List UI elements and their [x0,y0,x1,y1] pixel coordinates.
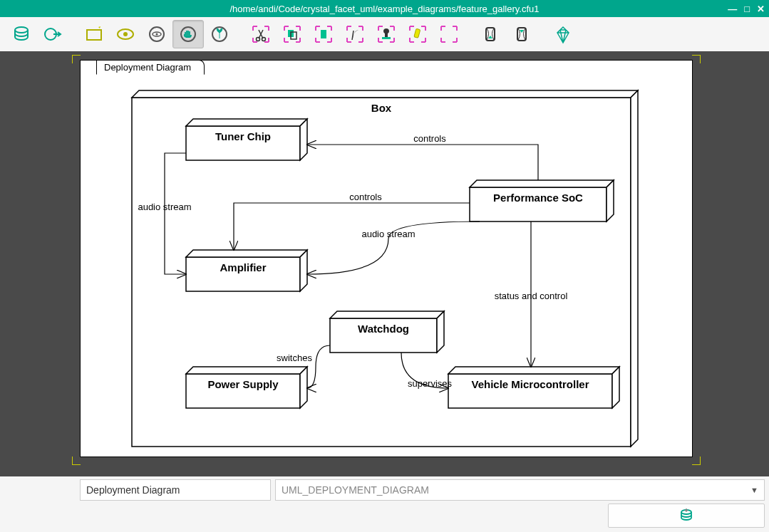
svg-rect-2 [87,30,101,40]
properties-bar: Deployment Diagram UML_DEPLOYMENT_DIAGRA… [0,476,769,532]
new-window-button[interactable] [78,20,110,48]
database-save-icon [678,507,695,524]
svg-point-0 [15,27,28,33]
node-power-supply[interactable]: Power Supply [186,367,307,408]
diagram-panel[interactable]: Deployment Diagram Box [80,60,693,457]
create-button[interactable] [204,20,235,48]
edge-label: controls [413,133,446,144]
undo-button[interactable] [475,20,506,48]
cut-icon [251,24,271,44]
crystal-icon [553,24,573,44]
svg-marker-27 [607,180,614,221]
redo-button[interactable] [506,20,537,48]
svg-marker-38 [448,367,619,374]
folder-eye-icon [115,24,135,44]
node-label: Watchdog [358,323,409,335]
commit-button[interactable] [608,504,765,528]
sprout-icon [210,24,229,44]
close-button[interactable]: ✕ [757,4,765,14]
chevron-down-icon: ▼ [750,486,758,494]
highlight-button[interactable] [402,20,433,48]
svg-marker-30 [300,250,307,291]
edge-label: supervises [408,378,453,389]
edge-label: switches [277,353,312,363]
edge-label: status and control [495,291,568,301]
svg-marker-20 [132,90,638,98]
node-amplifier[interactable]: Amplifier [186,250,307,291]
svg-marker-21 [631,90,638,447]
hand-icon [178,24,198,44]
svg-marker-29 [186,250,307,257]
svg-marker-33 [437,311,444,353]
maximize-button[interactable]: □ [744,4,750,14]
delete-button[interactable] [339,20,371,48]
svg-marker-26 [470,180,614,187]
reset-selection-button[interactable] [433,20,465,48]
instantiate-button[interactable] [371,20,402,48]
paste-icon [314,24,334,44]
marker-icon [408,24,428,44]
scythe-icon [345,24,365,44]
node-label: Tuner Chip [215,130,271,142]
svg-point-4 [123,32,128,36]
svg-marker-24 [300,119,307,160]
about-button[interactable] [547,20,579,48]
toolbar [0,17,769,51]
eye-icon [147,24,167,44]
type-dropdown[interactable]: UML_DEPLOYMENT_DIAGRAM▼ [275,479,765,501]
paste-button[interactable] [308,20,339,48]
copy-button[interactable] [277,20,308,48]
copy-icon [282,24,302,44]
name-field[interactable]: Deployment Diagram [80,479,271,501]
database-icon [11,24,31,44]
node-label: Performance SoC [493,192,583,204]
view-button[interactable] [141,20,172,48]
titlebar: /home/andi/Code/crystal_facet_uml/exampl… [0,0,769,17]
container-label: Box [371,102,392,114]
svg-rect-16 [414,28,420,38]
hourglass-right-icon [512,24,532,44]
export-button[interactable] [37,20,68,48]
node-label: Power Supply [207,378,279,390]
database-button[interactable] [6,20,37,48]
svg-point-7 [156,33,158,36]
cut-button[interactable] [245,20,277,48]
diagram-tab-label: Deployment Diagram [96,60,205,75]
edit-button[interactable] [172,20,204,48]
node-vehicle-microcontroller[interactable]: Vehicle Microcontroller [448,367,619,408]
node-label: Amplifier [220,261,266,273]
export-icon [43,24,63,44]
svg-marker-39 [612,367,619,408]
window-title: /home/andi/Code/crystal_facet_uml/exampl… [229,4,539,14]
empty-selection-icon [439,24,459,44]
find-button[interactable] [110,20,141,48]
svg-rect-14 [321,30,326,38]
svg-marker-35 [186,367,307,374]
node-watchdog[interactable]: Watchdog [330,311,444,353]
node-tuner-chip[interactable]: Tuner Chip [186,119,307,160]
stamp-icon [376,24,396,44]
hourglass-left-icon [480,24,500,44]
minimize-button[interactable]: — [728,4,737,14]
svg-point-11 [262,38,266,41]
svg-marker-32 [330,311,444,318]
new-window-icon [84,24,104,44]
edge-label: audio stream [138,202,191,212]
svg-marker-36 [300,367,307,408]
svg-rect-15 [382,37,391,39]
node-performance-soc[interactable]: Performance SoC [470,180,614,221]
edge-label: audio stream [361,229,415,239]
svg-point-10 [257,38,260,41]
canvas[interactable]: Deployment Diagram Box [0,51,769,476]
edge-label: controls [349,192,382,202]
svg-marker-23 [186,119,307,126]
node-label: Vehicle Microcontroller [471,378,589,390]
diagram-svg: Box Tuner Chip Performance SoC [81,61,693,457]
